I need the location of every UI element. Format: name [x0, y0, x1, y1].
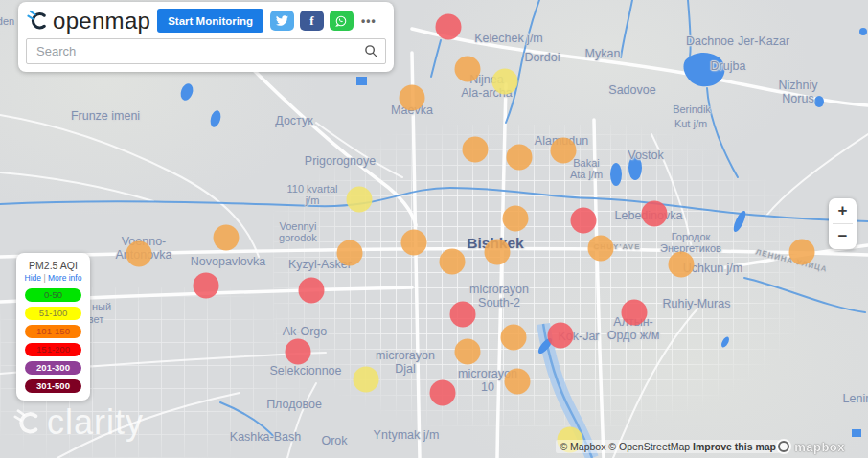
legend-range-0-50: 0-50 [25, 288, 81, 303]
legend-range-101-150: 101-150 [25, 325, 81, 339]
search-icon[interactable] [364, 44, 378, 58]
more-menu-button[interactable]: ••• [360, 14, 377, 28]
whatsapp-icon [334, 14, 348, 28]
legend-links: Hide | More info [16, 273, 90, 283]
aqi-marker-orange[interactable] [463, 137, 489, 163]
aqi-marker-yellow[interactable] [492, 69, 518, 95]
aqi-marker-orange[interactable] [588, 236, 614, 262]
twitter-button[interactable] [270, 11, 294, 31]
aqi-marker-red[interactable] [642, 201, 668, 227]
aqi-marker-orange[interactable] [551, 138, 577, 164]
legend-ranges: 0-5051-100101-150151-200201-300301-500 [16, 283, 90, 393]
mapbox-logo-icon [776, 439, 791, 454]
aqi-marker-red[interactable] [194, 273, 219, 299]
legend-range-201-300: 201-300 [25, 361, 81, 376]
aqi-marker-red[interactable] [548, 323, 574, 349]
aqi-marker-orange[interactable] [789, 240, 815, 265]
legend-range-51-100: 51-100 [25, 307, 81, 321]
legend-range-301-500: 301-500 [25, 379, 81, 394]
clarity-logo-icon [13, 407, 44, 438]
openmap-logo-text: openmap [53, 10, 150, 33]
aqi-marker-red[interactable] [286, 339, 311, 365]
clarity-watermark-text: clarity [47, 405, 144, 440]
aqi-marker-orange[interactable] [485, 240, 511, 265]
zoom-in-button[interactable]: + [829, 198, 857, 223]
map-attribution: © Mapbox © OpenStreetMap Improve this ma… [556, 440, 780, 453]
legend-more-info-link[interactable]: More info [48, 273, 81, 283]
aqi-marker-yellow[interactable] [347, 187, 373, 213]
osm-attribution-link[interactable]: © OpenStreetMap [608, 441, 690, 452]
aqi-marker-red[interactable] [430, 380, 456, 406]
aqi-legend: PM2.5 AQI Hide | More info 0-5051-100101… [16, 253, 90, 401]
mapbox-logo-word: mapbox [794, 440, 845, 454]
twitter-icon [276, 14, 288, 27]
zoom-controls: + − [829, 198, 857, 249]
whatsapp-button[interactable] [330, 11, 354, 31]
zoom-out-button[interactable]: − [829, 224, 857, 249]
search-box [26, 38, 386, 64]
aqi-marker-red[interactable] [450, 302, 476, 328]
aqi-marker-orange[interactable] [337, 240, 363, 266]
mapbox-attribution-link[interactable]: © Mapbox [560, 441, 605, 452]
mapbox-logo[interactable]: mapbox [776, 439, 845, 454]
search-input[interactable] [26, 38, 386, 64]
aqi-marker-red[interactable] [622, 300, 648, 326]
aqi-marker-orange[interactable] [214, 225, 240, 251]
social-buttons: f [270, 11, 354, 31]
clarity-watermark: clarity [13, 405, 144, 440]
aqi-marker-orange[interactable] [401, 230, 427, 256]
aqi-marker-orange[interactable] [440, 249, 466, 275]
map-viewport: denFrunze imeniДостукPrigorognoye110 kva… [0, 0, 868, 458]
aqi-marker-orange[interactable] [126, 241, 152, 267]
start-monitoring-button[interactable]: Start Monitoring [157, 9, 263, 33]
aqi-marker-orange[interactable] [400, 85, 425, 111]
header-card: openmap Start Monitoring f [18, 2, 394, 72]
aqi-marker-orange[interactable] [455, 57, 481, 82]
aqi-marker-red[interactable] [571, 208, 597, 234]
legend-range-151-200: 151-200 [25, 343, 81, 357]
facebook-button[interactable]: f [300, 11, 324, 31]
aqi-marker-orange[interactable] [507, 145, 533, 171]
openmap-logo-icon [27, 9, 51, 33]
aqi-marker-orange[interactable] [503, 206, 529, 232]
legend-hide-link[interactable]: Hide [25, 273, 41, 283]
aqi-marker-red[interactable] [436, 14, 462, 40]
aqi-marker-orange[interactable] [669, 252, 695, 278]
aqi-marker-orange[interactable] [505, 369, 531, 395]
aqi-marker-yellow[interactable] [354, 367, 379, 393]
legend-links-separator: | [43, 273, 45, 283]
aqi-marker-orange[interactable] [501, 325, 527, 351]
aqi-marker-orange[interactable] [455, 339, 481, 365]
legend-title: PM2.5 AQI [16, 260, 90, 271]
openmap-logo[interactable]: openmap [27, 9, 150, 33]
facebook-icon: f [309, 14, 313, 27]
aqi-marker-red[interactable] [299, 278, 325, 304]
improve-map-link[interactable]: Improve this map [693, 441, 776, 452]
